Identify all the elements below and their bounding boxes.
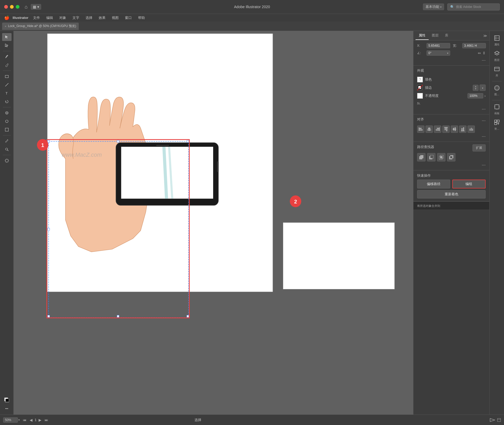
svg-rect-87: [495, 120, 497, 122]
prev-page-btn[interactable]: ◀: [29, 417, 34, 423]
selection-tool[interactable]: [2, 33, 12, 41]
svg-rect-27: [117, 140, 119, 143]
rotate-tool[interactable]: [2, 98, 12, 106]
angle-input-container[interactable]: 0° ▾: [427, 50, 450, 56]
pathfinder-title: 路径查找器: [417, 145, 434, 149]
rectangle-tool[interactable]: [2, 72, 12, 80]
far-btn-properties[interactable]: 属性: [491, 34, 503, 48]
svg-rect-73: [450, 156, 452, 158]
far-btn-image-label: 图...: [494, 93, 499, 96]
svg-text:2: 2: [294, 199, 297, 204]
app-name-menu[interactable]: Illustrator: [13, 16, 28, 20]
flip-icons: ⇔ ⇕: [478, 51, 486, 55]
zoom-button[interactable]: [16, 5, 19, 9]
fill-color[interactable]: [2, 396, 12, 404]
first-page-btn[interactable]: ⏮: [22, 417, 28, 423]
stroke-dropdown[interactable]: ▾: [480, 85, 486, 91]
tab-close-button[interactable]: ×: [5, 25, 6, 28]
angle-dropdown[interactable]: ▾: [447, 52, 448, 55]
svg-rect-30: [48, 315, 50, 317]
svg-rect-88: [497, 120, 499, 122]
svg-line-8: [7, 150, 8, 151]
menu-item-object[interactable]: 对象: [57, 15, 69, 21]
pathfinder-intersect-btn[interactable]: [437, 153, 445, 161]
pathfinder-exclude-btn[interactable]: [447, 153, 455, 161]
menu-item-help[interactable]: 帮助: [135, 15, 148, 21]
zoom-dropdown-arrow[interactable]: ▾: [18, 418, 20, 421]
direct-selection-tool[interactable]: [2, 41, 12, 49]
menu-item-edit[interactable]: 编辑: [44, 15, 56, 21]
more-tools[interactable]: •••: [2, 405, 12, 412]
menu-item-file[interactable]: 文件: [30, 15, 43, 21]
far-btn-asset[interactable]: 资...: [491, 118, 503, 132]
stroke-stepper[interactable]: ▲ ▼: [473, 85, 479, 91]
align-bottom-btn[interactable]: [459, 125, 466, 133]
align-center-v-btn[interactable]: [451, 125, 458, 133]
align-top-btn[interactable]: [442, 125, 450, 133]
offset-path-btn[interactable]: 偏移路径: [417, 180, 450, 188]
opacity-input[interactable]: [468, 93, 483, 98]
workspace-button[interactable]: ▦ ▾: [31, 4, 41, 10]
align-more-btn[interactable]: ···: [482, 118, 486, 123]
menu-item-view[interactable]: 视图: [109, 15, 121, 21]
far-btn-artboard[interactable]: 画板: [491, 102, 503, 117]
home-icon[interactable]: ⌂: [25, 4, 28, 10]
pathfinder-more-btn[interactable]: ···: [482, 162, 486, 167]
minimize-button[interactable]: [10, 5, 14, 9]
title-bar: ⌂ ▦ ▾ Adobe Illustrator 2020 基本功能 ▾ 🔍 搜索…: [0, 0, 504, 14]
pathfinder-unite-btn[interactable]: [417, 153, 426, 161]
w-input[interactable]: [462, 43, 486, 48]
document-tab[interactable]: × Lock_Group_Hide.ai* @ 50% (CMYK/GPU 预览…: [2, 23, 79, 30]
traffic-lights: [4, 5, 19, 9]
flip-vertical-icon[interactable]: ⇕: [482, 51, 486, 55]
close-button[interactable]: [4, 5, 8, 9]
distribute-btn[interactable]: [468, 125, 475, 133]
align-more-btn-2[interactable]: ···: [482, 134, 486, 139]
align-left-btn[interactable]: [417, 125, 424, 133]
tab-layers[interactable]: 图层: [429, 32, 442, 40]
appearance-more-btn[interactable]: ···: [482, 106, 486, 112]
align-right-btn[interactable]: [434, 125, 441, 133]
far-btn-image[interactable]: 图...: [491, 83, 503, 98]
bottom-right-controls: [490, 418, 501, 422]
menu-item-effect[interactable]: 效果: [96, 15, 108, 21]
next-page-btn[interactable]: ▶: [38, 417, 43, 423]
brush-tool[interactable]: [2, 61, 12, 69]
apple-menu[interactable]: 🍎: [4, 15, 9, 20]
artboard-tool[interactable]: [2, 157, 12, 165]
flip-horizontal-icon[interactable]: ⇔: [478, 51, 481, 55]
search-box[interactable]: 🔍 搜索 Adobe Stock: [447, 3, 500, 11]
menu-item-select[interactable]: 选择: [83, 15, 95, 21]
fill-color-swatch[interactable]: ?: [417, 77, 423, 82]
last-page-btn[interactable]: ⏭: [44, 417, 49, 423]
x-input[interactable]: [427, 43, 450, 48]
line-tool[interactable]: [2, 81, 12, 89]
pen-tool[interactable]: [2, 53, 12, 61]
panel-expand-icon[interactable]: ≫: [483, 34, 487, 38]
stroke-color-swatch[interactable]: [417, 85, 423, 91]
eyedropper-tool[interactable]: [2, 137, 12, 145]
pathfinder-expand-btn[interactable]: 扩展: [472, 144, 486, 151]
recolor-btn[interactable]: 重新着色: [417, 190, 486, 198]
left-toolbar: T: [0, 31, 14, 414]
menu-item-text[interactable]: 文字: [70, 15, 82, 21]
free-transform-tool[interactable]: [2, 117, 12, 125]
menu-item-window[interactable]: 窗口: [122, 15, 134, 21]
far-btn-layers[interactable]: 图层: [491, 49, 503, 64]
align-center-h-btn[interactable]: [426, 125, 433, 133]
far-btn-library[interactable]: 库: [491, 65, 503, 79]
tab-library[interactable]: 库: [442, 32, 452, 40]
workspace-selector[interactable]: 基本功能 ▾: [423, 3, 444, 10]
rectangle-shape[interactable]: [2, 126, 12, 134]
canvas-area[interactable]: www.MacZ.com 1 2: [14, 31, 413, 414]
transform-more-btn[interactable]: ···: [482, 57, 486, 63]
zoom-input[interactable]: [3, 417, 18, 423]
type-tool[interactable]: T: [2, 89, 12, 97]
transform-section: X: 宽: ∠: 0° ▾ ⇔ ⇕ ···: [413, 40, 489, 66]
zoom-tool[interactable]: [2, 145, 12, 153]
opacity-expand-icon[interactable]: ›: [484, 94, 486, 98]
group-btn[interactable]: 编组: [452, 180, 486, 188]
shape-builder-tool[interactable]: [2, 109, 12, 117]
tab-properties[interactable]: 属性: [416, 32, 429, 40]
pathfinder-minus-front-btn[interactable]: [427, 153, 435, 161]
